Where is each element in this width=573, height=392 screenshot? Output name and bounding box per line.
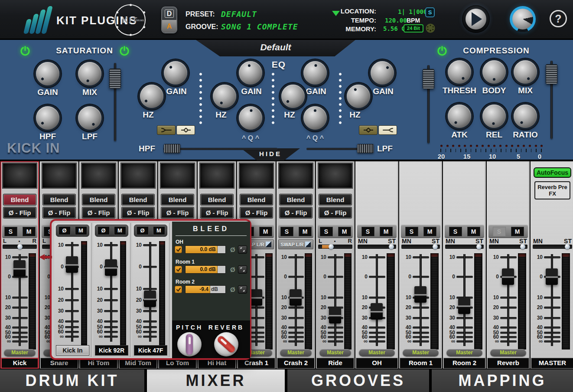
da-mode-switch[interactable]: D A: [161, 7, 177, 33]
help-button[interactable]: ?: [550, 10, 567, 27]
fader-handle[interactable]: [502, 268, 514, 285]
mic-mute-button[interactable]: M: [75, 226, 87, 235]
eq-band4-gain-knob[interactable]: [371, 61, 394, 85]
fader-handle[interactable]: [458, 297, 470, 314]
blend-button[interactable]: Blend: [319, 194, 352, 205]
compression-thresh-knob[interactable]: [448, 60, 471, 84]
channel-fader-kick[interactable]: 100102030405060∞: [0, 253, 39, 347]
channel-name-master[interactable]: MASTER: [531, 358, 573, 369]
eq-band3-gain-knob[interactable]: [303, 61, 327, 85]
route-master-button[interactable]: Master: [446, 349, 482, 356]
phase-flip-button[interactable]: Ø - Flip: [280, 207, 312, 218]
compression-power-button[interactable]: [436, 45, 448, 56]
da-switch-analog[interactable]: A: [162, 20, 176, 33]
slider-handle[interactable]: [357, 144, 374, 153]
eq-band1-fork-left-toggle[interactable]: [157, 125, 176, 135]
blend-button[interactable]: Blend: [280, 194, 312, 205]
mute-button[interactable]: M: [259, 227, 272, 236]
bleed-checkbox[interactable]: [175, 266, 182, 273]
bleed-phase-icon[interactable]: Ø: [230, 246, 235, 253]
eq-output-slider[interactable]: [427, 65, 430, 143]
fader-handle[interactable]: [414, 286, 426, 303]
eq-band2-gain-knob[interactable]: [239, 61, 262, 85]
mono-stereo-handle[interactable]: [389, 244, 394, 249]
pitch-knob[interactable]: [177, 332, 202, 356]
eq-band1-gain-knob[interactable]: [164, 61, 187, 85]
swap-lr-button[interactable]: SWAP L/R: [278, 239, 313, 249]
mono-stereo-handle[interactable]: [565, 244, 570, 249]
slider-handle[interactable]: [164, 144, 180, 153]
phase-flip-button[interactable]: Ø - Flip: [82, 207, 115, 218]
mic-phase-button[interactable]: Ø: [137, 226, 149, 235]
phase-flip-button[interactable]: Ø - Flip: [161, 207, 194, 218]
mono-stereo-slider[interactable]: [401, 245, 440, 249]
pan-slider[interactable]: [3, 245, 37, 249]
master-volume-knob[interactable]: [510, 6, 536, 32]
pan-handle[interactable]: [329, 244, 334, 249]
mono-stereo-handle[interactable]: [520, 244, 525, 249]
fader-handle[interactable]: [290, 289, 302, 306]
channel-fader-master[interactable]: 100102030405060∞: [531, 253, 573, 347]
bleed-value-bar[interactable]: 0.0 dB: [185, 265, 226, 274]
mute-button[interactable]: M: [380, 227, 393, 236]
channel-name-oh[interactable]: OH: [356, 358, 398, 369]
eq-power-button[interactable]: [119, 45, 130, 56]
channel-fader-crash-2[interactable]: 100102030405060∞: [277, 253, 315, 347]
eq-band2-freq-knob[interactable]: [213, 85, 236, 108]
channel-fader-oh[interactable]: 100102030405060∞: [355, 253, 398, 347]
mute-button[interactable]: M: [423, 227, 436, 236]
mic-name-kick-in[interactable]: Kick In: [56, 345, 89, 356]
phase-flip-button[interactable]: Ø - Flip: [3, 207, 36, 218]
eq-band1-freq-knob[interactable]: [140, 85, 163, 108]
saturation-mix-knob[interactable]: [78, 62, 101, 85]
play-button[interactable]: [462, 5, 490, 33]
slider-handle[interactable]: [423, 69, 434, 89]
channel-name-ride[interactable]: Ride: [316, 358, 354, 369]
mute-button[interactable]: M: [299, 227, 312, 236]
compression-ratio-knob[interactable]: [514, 105, 537, 128]
eq-band4-fork-right-toggle[interactable]: [378, 125, 397, 135]
compression-output-slider[interactable]: [550, 61, 553, 139]
mic-fader-kick-47f[interactable]: 100102030405060∞: [132, 241, 169, 343]
mic-mute-button[interactable]: M: [114, 226, 126, 235]
fader-handle[interactable]: [546, 268, 558, 285]
pan-handle[interactable]: [17, 244, 23, 249]
bleed-value-bar[interactable]: -9.4dB: [185, 285, 226, 294]
phase-flip-button[interactable]: Ø - Flip: [240, 207, 273, 218]
route-master-button[interactable]: Master: [280, 349, 312, 356]
solo-button[interactable]: S: [449, 227, 462, 236]
mic-fader-kick-in[interactable]: 100102030405060∞: [54, 241, 91, 343]
blend-button[interactable]: Blend: [82, 194, 115, 205]
slider-handle[interactable]: [546, 64, 557, 84]
fader-handle[interactable]: [144, 291, 156, 307]
eq-band1-diamond-toggle[interactable]: [176, 125, 195, 135]
mute-button[interactable]: M: [23, 227, 36, 236]
solo-button[interactable]: S: [4, 227, 17, 236]
saturation-hpf-knob[interactable]: [36, 106, 59, 130]
channel-name-room-2[interactable]: Room 2: [443, 358, 485, 369]
channel-fader-ride[interactable]: 100102030405060∞: [316, 253, 355, 347]
saturation-level-slider[interactable]: [114, 63, 116, 141]
mono-stereo-handle[interactable]: [476, 244, 482, 249]
bleed-expand-button[interactable]: [238, 285, 247, 294]
hide-panel-button[interactable]: HIDE: [241, 148, 300, 160]
compression-atk-knob[interactable]: [448, 105, 471, 128]
compression-mix-knob[interactable]: [514, 60, 537, 84]
tab-drum-kit[interactable]: DRUM KIT: [0, 369, 144, 392]
route-master-button[interactable]: Master: [319, 349, 351, 356]
channel-name-crash-2[interactable]: Crash 2: [277, 358, 315, 369]
blend-button[interactable]: Blend: [201, 194, 233, 205]
fader-handle[interactable]: [329, 307, 341, 323]
blend-button[interactable]: Blend: [122, 194, 154, 205]
compression-rel-knob[interactable]: [482, 105, 506, 128]
pan-slider[interactable]: [318, 245, 352, 249]
tab-grooves[interactable]: GROOVES: [287, 369, 429, 392]
tab-mapping[interactable]: MAPPING: [432, 369, 573, 392]
blend-button[interactable]: Blend: [3, 194, 36, 205]
blend-button[interactable]: Blend: [240, 194, 273, 205]
bleed-checkbox[interactable]: [175, 246, 182, 253]
bleed-value-bar[interactable]: 0.0 dB: [185, 245, 226, 254]
channel-fader-reverb[interactable]: 100102030405060∞: [487, 253, 530, 347]
mute-button[interactable]: M: [338, 227, 351, 236]
mono-stereo-handle[interactable]: [433, 244, 438, 249]
